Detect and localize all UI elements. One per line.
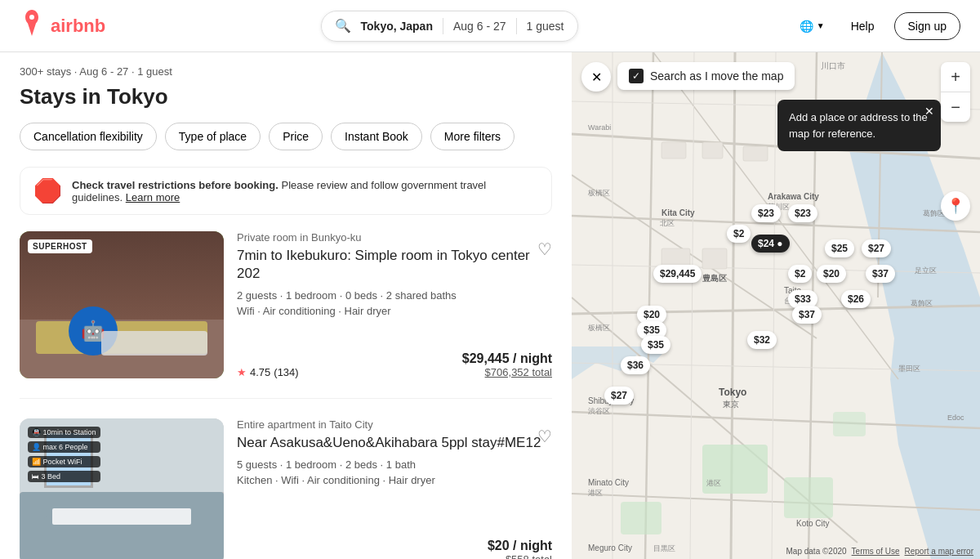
alert-bold-text: Check travel restrictions before booking…: [72, 179, 278, 191]
svg-text:足立区: 足立区: [915, 266, 937, 275]
svg-text:Tokyo: Tokyo: [719, 387, 746, 398]
star-icon-1: ★: [237, 366, 247, 378]
price-bubble-15[interactable]: $37: [792, 306, 822, 324]
svg-rect-27: [702, 248, 727, 269]
price-bubble-12[interactable]: $26: [841, 290, 871, 308]
svg-rect-20: [784, 477, 833, 518]
search-bar[interactable]: 🔍 Tokyo, Japan Aug 6 - 27 1 guest: [321, 11, 578, 42]
map-container[interactable]: Warabi Yashio 板橋区 Kita City 北区 Arakawa C…: [572, 52, 980, 559]
listing-image-2[interactable]: 🚇 10min to Station 👤 max 6 People 📶 Pock…: [20, 418, 224, 559]
svg-text:墨田区: 墨田区: [898, 364, 920, 373]
svg-text:目黒区: 目黒区: [653, 544, 675, 552]
search-dates: Aug 6 - 27: [453, 20, 506, 33]
listing-type-1: Private room in Bunkyo-ku: [237, 231, 552, 244]
price-per-night-1: $29,445 / night: [462, 351, 552, 366]
svg-text:東京: 東京: [723, 400, 739, 409]
logo[interactable]: airbnb: [20, 10, 105, 42]
more-filters-filter[interactable]: More filters: [430, 123, 514, 150]
price-bubble-10[interactable]: $37: [866, 265, 895, 283]
zoom-out-button[interactable]: −: [941, 92, 970, 122]
listing-icons-overlay: 🚇 10min to Station 👤 max 6 People 📶 Pock…: [28, 427, 100, 482]
svg-rect-23: [662, 142, 686, 159]
svg-rect-21: [621, 502, 662, 534]
header: airbnb 🔍 Tokyo, Japan Aug 6 - 27 1 guest…: [0, 0, 980, 52]
search-icon: 🔍: [335, 18, 351, 34]
left-panel: 300+ stays · Aug 6 - 27 · 1 guest Stays …: [0, 52, 572, 559]
price-total-2: $558 total: [488, 553, 552, 559]
map-close-button[interactable]: ✕: [581, 62, 611, 92]
price-bubble-19[interactable]: $27: [604, 387, 634, 405]
price-filter[interactable]: Price: [269, 123, 323, 150]
svg-rect-24: [702, 142, 723, 159]
header-right: 🌐 ▼ Help Sign up: [793, 12, 960, 40]
price-bubble-7[interactable]: $29,445: [653, 265, 702, 283]
listing-amenities-2: Kitchen · Wifi · Air conditioning · Hair…: [237, 474, 552, 486]
bed-badge: 🛏 3 Bed: [28, 471, 100, 482]
zoom-in-button[interactable]: +: [941, 62, 970, 92]
price-bubble-16[interactable]: $35: [641, 336, 670, 354]
search-divider-2: [516, 18, 517, 34]
listing-image-1[interactable]: 🤖 SUPERHOST: [20, 231, 224, 378]
price-bubble-5[interactable]: $25: [825, 239, 854, 257]
price-bubble-4[interactable]: $24 ●: [751, 235, 790, 253]
svg-text:板橋区: 板橋区: [587, 189, 610, 197]
svg-text:川口市: 川口市: [821, 61, 845, 70]
listing-title-1[interactable]: 7min to Ikebukuro: Simple room in Tokyo …: [237, 247, 552, 283]
svg-text:Edoc: Edoc: [947, 414, 964, 422]
globe-icon: 🌐: [800, 20, 813, 33]
report-error-link[interactable]: Report a map error: [905, 547, 973, 556]
price-per-night-2: $20 / night: [488, 539, 552, 553]
svg-text:Arakawa City: Arakawa City: [768, 192, 819, 201]
learn-more-link[interactable]: Learn more: [126, 191, 180, 203]
rating-value-1: 4.75: [250, 366, 270, 378]
wishlist-button-1[interactable]: ♡: [537, 239, 552, 259]
svg-text:北区: 北区: [660, 219, 675, 227]
listing-card-1: 🤖 SUPERHOST Private room in Bunkyo-ku 7m…: [20, 231, 552, 399]
price-bubble-2[interactable]: $23: [788, 204, 817, 222]
listing-price-1: $29,445 / night $706,352 total: [462, 351, 552, 378]
search-as-move-checkbox[interactable]: ✓: [629, 69, 644, 83]
airbnb-logo-icon: [20, 10, 44, 42]
map-data-text: Map data ©2020: [786, 547, 847, 556]
page-title: Stays in Tokyo: [20, 84, 552, 110]
terms-of-use-link[interactable]: Terms of Use: [852, 547, 900, 556]
results-meta: 300+ stays · Aug 6 - 27 · 1 guest: [20, 65, 552, 78]
cancellation-flexibility-filter[interactable]: Cancellation flexibility: [20, 123, 157, 150]
listing-amenities-1: Wifi · Air conditioning · Hair dryer: [237, 305, 552, 317]
wishlist-button-2[interactable]: ♡: [537, 427, 552, 446]
price-bubble-17[interactable]: $32: [747, 331, 777, 349]
svg-text:渋谷区: 渋谷区: [588, 407, 610, 415]
right-panel: Warabi Yashio 板橋区 Kita City 北区 Arakawa C…: [572, 52, 980, 559]
map-attribution: Map data ©2020 Terms of Use Report a map…: [786, 547, 973, 556]
search-guests: 1 guest: [527, 20, 564, 33]
svg-text:板橋区: 板橋区: [587, 324, 610, 332]
zoom-controls: + −: [941, 62, 970, 122]
tooltip-close-button[interactable]: ✕: [924, 105, 934, 118]
signup-button[interactable]: Sign up: [894, 12, 960, 40]
listing-title-2[interactable]: Near Asakusa&Ueno&Akihabara 5ppl stay#ME…: [237, 434, 552, 452]
price-total-1: $706,352 total: [462, 366, 552, 378]
price-bubble-6[interactable]: $27: [862, 239, 891, 257]
svg-text:Warabi: Warabi: [588, 123, 611, 132]
search-location: Tokyo, Japan: [361, 20, 433, 33]
price-bubble-1[interactable]: $23: [751, 204, 781, 222]
map-tooltip: Add a place or address to the map for re…: [777, 100, 941, 151]
price-bubble-9[interactable]: $20: [817, 265, 846, 283]
svg-text:港区: 港区: [706, 479, 721, 487]
type-of-place-filter[interactable]: Type of place: [165, 123, 261, 150]
travel-alert: 🛑 Check travel restrictions before booki…: [20, 167, 552, 215]
svg-text:豊島区: 豊島区: [702, 274, 727, 283]
language-button[interactable]: 🌐 ▼: [793, 13, 831, 39]
price-bubble-3[interactable]: $2: [727, 225, 751, 243]
instant-book-filter[interactable]: Instant Book: [331, 123, 422, 150]
svg-text:Koto City: Koto City: [796, 519, 830, 528]
svg-text:港区: 港区: [588, 489, 603, 497]
price-bubble-18[interactable]: $36: [621, 356, 650, 374]
search-as-move-control[interactable]: ✓ Search as I move the map: [617, 62, 795, 90]
listing-type-2: Entire apartment in Taito City: [237, 418, 552, 431]
map-pin-button[interactable]: 📍: [941, 191, 970, 221]
help-button[interactable]: Help: [841, 13, 884, 39]
price-bubble-8[interactable]: $2: [788, 265, 812, 283]
alert-text: Check travel restrictions before booking…: [72, 179, 538, 203]
superhost-badge: SUPERHOST: [28, 239, 92, 253]
